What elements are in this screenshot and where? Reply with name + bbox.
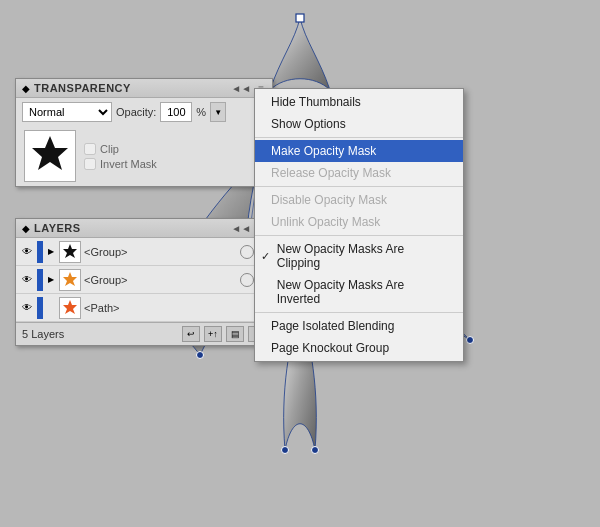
menu-separator-1	[255, 137, 463, 138]
create-new-layer-btn[interactable]: +↑	[204, 326, 222, 342]
menu-item-make-opacity-mask[interactable]: Make Opacity Mask	[255, 140, 463, 162]
opacity-label: Opacity:	[116, 106, 156, 118]
layer-3-name: <Path>	[84, 302, 251, 314]
transparency-collapse-btn[interactable]: ◄◄	[229, 83, 253, 94]
percent-label: %	[196, 106, 206, 118]
menu-item-unlink-opacity-mask: Unlink Opacity Mask	[255, 211, 463, 233]
svg-point-7	[312, 447, 319, 454]
layers-panel: ◆ LAYERS ◄◄ ≡ 👁 ▶ <Group> 👁 ▶	[15, 218, 273, 346]
svg-point-8	[282, 447, 289, 454]
layer-2-visibility-icon[interactable]: 👁	[20, 273, 34, 287]
menu-separator-2	[255, 186, 463, 187]
layer-1-expand-btn[interactable]: ▶	[46, 247, 56, 257]
layer-row-3[interactable]: 👁 <Path>	[16, 294, 272, 322]
menu-item-page-knockout-group[interactable]: Page Knockout Group	[255, 337, 463, 359]
layer-row-2[interactable]: 👁 ▶ <Group>	[16, 266, 272, 294]
layers-panel-header: ◆ LAYERS ◄◄ ≡	[16, 219, 272, 238]
layer-2-color-bar	[37, 269, 43, 291]
clip-label: Clip	[100, 143, 119, 155]
invert-mask-label: Invert Mask	[100, 158, 157, 170]
menu-item-new-masks-inverted[interactable]: New Opacity Masks Are Inverted	[255, 274, 463, 310]
transparency-thumbnail-area: Clip Invert Mask	[16, 126, 272, 186]
layer-2-expand-btn[interactable]: ▶	[46, 275, 56, 285]
layers-count: 5 Layers	[22, 328, 178, 340]
layer-row-1[interactable]: 👁 ▶ <Group>	[16, 238, 272, 266]
transparency-blend-row: NormalMultiplyScreenOverlayDarkenLighten…	[16, 98, 272, 126]
svg-marker-19	[32, 136, 68, 170]
transparency-panel-header: ◆ TRANSPARENCY ◄◄ ≡	[16, 79, 272, 98]
svg-point-5	[467, 337, 474, 344]
menu-item-hide-thumbnails[interactable]: Hide Thumbnails	[255, 91, 463, 113]
layer-1-thumbnail	[59, 241, 81, 263]
object-thumbnail	[24, 130, 76, 182]
svg-marker-21	[63, 272, 77, 286]
layers-footer: 5 Layers ↩ +↑ ▤ 🗑	[16, 322, 272, 345]
blend-mode-select[interactable]: NormalMultiplyScreenOverlayDarkenLighten…	[22, 102, 112, 122]
svg-point-9	[197, 352, 204, 359]
opacity-arrow-btn[interactable]: ▼	[210, 102, 226, 122]
layer-3-visibility-icon[interactable]: 👁	[20, 301, 34, 315]
svg-rect-13	[296, 14, 304, 22]
layers-icon2[interactable]: ▤	[226, 326, 244, 342]
layer-1-target-icon[interactable]	[240, 245, 254, 259]
menu-item-disable-opacity-mask: Disable Opacity Mask	[255, 189, 463, 211]
menu-item-new-masks-inverted-label: New Opacity Masks Are Inverted	[277, 278, 447, 306]
transparency-panel-title: TRANSPARENCY	[34, 82, 131, 94]
opacity-input[interactable]	[160, 102, 192, 122]
menu-separator-3	[255, 235, 463, 236]
transparency-panel: ◆ TRANSPARENCY ◄◄ ≡ NormalMultiplyScreen…	[15, 78, 273, 187]
clip-checkbox-row: Clip	[84, 143, 157, 155]
layer-3-color-bar	[37, 297, 43, 319]
layer-3-expand-btn	[46, 303, 56, 313]
menu-separator-4	[255, 312, 463, 313]
svg-marker-20	[63, 244, 77, 258]
layers-collapse-btn[interactable]: ◄◄	[229, 223, 253, 234]
mask-options: Clip Invert Mask	[84, 143, 157, 170]
layers-panel-title: LAYERS	[34, 222, 81, 234]
layer-1-visibility-icon[interactable]: 👁	[20, 245, 34, 259]
menu-item-show-options[interactable]: Show Options	[255, 113, 463, 135]
invert-mask-checkbox-row: Invert Mask	[84, 158, 157, 170]
menu-item-page-isolated-blending[interactable]: Page Isolated Blending	[255, 315, 463, 337]
menu-item-new-masks-clipping[interactable]: ✓ New Opacity Masks Are Clipping	[255, 238, 463, 274]
layer-2-target-icon[interactable]	[240, 273, 254, 287]
menu-item-release-opacity-mask: Release Opacity Mask	[255, 162, 463, 184]
invert-mask-checkbox[interactable]	[84, 158, 96, 170]
check-mark-clipping: ✓	[261, 250, 273, 263]
transparency-diamond-icon: ◆	[22, 83, 30, 94]
layer-1-name: <Group>	[84, 246, 237, 258]
svg-marker-22	[63, 300, 77, 314]
menu-item-new-masks-clipping-label: New Opacity Masks Are Clipping	[277, 242, 447, 270]
layer-3-thumbnail	[59, 297, 81, 319]
layer-2-name: <Group>	[84, 274, 237, 286]
layers-diamond-icon: ◆	[22, 223, 30, 234]
layer-2-thumbnail	[59, 269, 81, 291]
new-layer-icon[interactable]: ↩	[182, 326, 200, 342]
layer-1-color-bar	[37, 241, 43, 263]
clip-checkbox[interactable]	[84, 143, 96, 155]
context-menu: Hide Thumbnails Show Options Make Opacit…	[254, 88, 464, 362]
